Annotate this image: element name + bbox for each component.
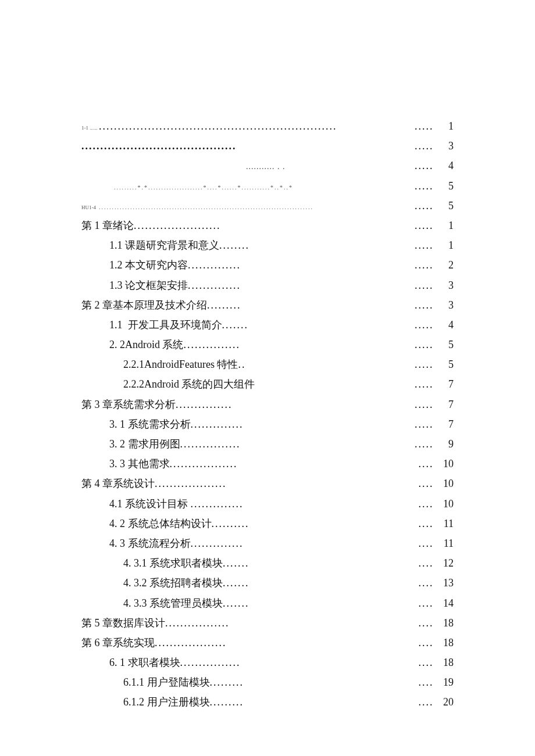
toc-entry: 1.3 论文框架安排................... 3: [81, 275, 454, 295]
toc-entry-page: 3: [437, 275, 454, 295]
toc-entry-leader: .........: [210, 672, 244, 692]
toc-entry-label: 4. 2 系统总体结构设计: [109, 514, 212, 533]
toc-entry-page: 18: [437, 633, 454, 653]
toc-entry-leader: ..: [238, 354, 245, 374]
toc-entry-label: 3. 2 需求用例图: [109, 434, 180, 454]
toc-entry-page: 5: [437, 335, 454, 354]
toc-entry: 第 3 章系统需求分析.................... 7: [81, 395, 454, 414]
toc-entry-label: 2.2.1AndroidFeatures 特性: [123, 354, 238, 374]
toc-entry-page: 11: [437, 533, 454, 553]
toc-entry-leader: .........: [207, 295, 241, 315]
toc-entry-leader: .......: [223, 573, 249, 593]
toc-entry-leader: ................: [180, 653, 241, 672]
toc-entry-leader: ..............: [188, 255, 241, 275]
toc-entry-leader: ........: [219, 235, 249, 255]
toc-entry-page: 7: [437, 414, 454, 434]
toc-entry: 4. 3.3 系统管理员模块........... 14: [81, 593, 454, 613]
toc-entry-page: 5: [437, 196, 454, 216]
toc-entry-label: HU1-4: [81, 205, 99, 210]
toc-entry-label: 4. 3 系统流程分析: [109, 533, 191, 553]
toc-entry: 1.1 课题研究背景和意义............. 1: [81, 235, 454, 255]
toc-entry-leader: ..............: [188, 275, 241, 295]
toc-entry: HU1-4...................................…: [81, 196, 454, 216]
toc-entry-label: 4. 3.3 系统管理员模块: [123, 593, 223, 613]
toc-entry-leader: ........... . .: [81, 163, 286, 171]
toc-entry-page: 13: [437, 573, 454, 593]
toc-entry: 4. 3 系统流程分析.................. 11: [81, 533, 454, 553]
toc-entry-page: 9: [437, 434, 454, 454]
toc-entry-leader: ........................................…: [99, 203, 313, 211]
toc-entry-leader: .......: [223, 553, 249, 573]
toc-entry-page: 1: [437, 216, 454, 235]
toc-entry-label: 6.1.1 用户登陆模块: [123, 672, 210, 692]
toc-entry-label: 4. 3.1 系统求职者模块: [123, 553, 223, 573]
toc-entry-leader: .................: [165, 613, 230, 633]
toc-entry-leader: .........*.*.....................*....*.…: [114, 184, 293, 191]
toc-entry: ........... . ...... 4: [81, 156, 454, 175]
toc-entry-label: 1-1 ......: [81, 126, 99, 131]
toc-entry-page: 10: [437, 474, 454, 493]
toc-entry-leader: ..................: [170, 454, 238, 474]
toc-entry-page: 12: [437, 553, 454, 573]
toc-entry-label: 2. 2Android 系统: [109, 335, 184, 354]
toc-entry: 3. 2 需求用例图..................... 9: [81, 434, 454, 454]
toc-entry-leader: ...............: [184, 335, 241, 354]
toc-entry: 2. 2Android 系统.................... 5: [81, 335, 454, 354]
toc-entry-label: 2.2.2Android 系统的四大组件: [123, 374, 255, 394]
toc-entry-label: 第 3 章系统需求分析: [81, 395, 176, 414]
toc-entry-page: 11: [437, 514, 454, 533]
toc-entry-leader: ...................: [155, 474, 227, 493]
toc-entry-page: 14: [437, 593, 454, 613]
toc-page: 1-1 ....................................…: [81, 0, 454, 756]
toc-entry-page: 20: [437, 692, 454, 712]
toc-entry-label: 6. 1 求职者模块: [109, 653, 180, 672]
toc-entry-label: 第 6 章系统实现: [81, 633, 155, 653]
toc-entry-page: 10: [437, 494, 454, 514]
toc-entry-page: 7: [437, 374, 454, 394]
toc-entry-page: 4: [437, 156, 454, 175]
toc-entry-leader: ........................................…: [99, 116, 337, 136]
toc-entry: 第 4 章系统设计....................... 10: [81, 474, 454, 493]
toc-entry-page: 5: [437, 354, 454, 374]
toc-entry: 6.1.2 用户注册模块............. 20: [81, 692, 454, 712]
toc-entry: 4. 3.1 系统求职者模块........... 12: [81, 553, 454, 573]
toc-entry: 1.1 开发工具及环境简介............ 4: [81, 315, 454, 335]
toc-entry: 6.1.1 用户登陆模块............. 19: [81, 672, 454, 692]
toc-entry-label: 第 4 章系统设计: [81, 474, 155, 493]
toc-entry-label: 4. 3.2 系统招聘者模块: [123, 573, 223, 593]
toc-entry: 第 2 章基本原理及技术介绍.............. 3: [81, 295, 454, 315]
toc-entry-label: 第 5 章数据库设计: [81, 613, 165, 633]
toc-entry: 1.2 本文研究内容................... 2: [81, 255, 454, 275]
toc-entry: 1-1 ....................................…: [81, 116, 454, 136]
toc-entry-page: 10: [437, 454, 454, 474]
toc-entry-page: 3: [437, 295, 454, 315]
toc-entry-page: 3: [437, 136, 454, 156]
toc-entry-page: 7: [437, 395, 454, 414]
toc-entry-label: 第 2 章基本原理及技术介绍: [81, 295, 207, 315]
toc-entry-leader: ........................................…: [81, 136, 237, 156]
toc-entry: 2.2.1AndroidFeatures 特性....... 5: [81, 354, 454, 374]
toc-entry: 4. 2 系统总体结构设计.............. 11: [81, 514, 454, 533]
toc-entry-leader: ...................: [155, 633, 227, 653]
toc-entry-leader: .......................: [134, 216, 221, 235]
toc-entry: 4.1 系统设计目标 .................. 10: [81, 494, 454, 514]
toc-entry-label: 1.2 本文研究内容: [109, 255, 188, 275]
toc-entry-leader: ..........: [212, 514, 249, 533]
toc-entry-leader: .......: [222, 315, 249, 335]
toc-entry-leader: ................: [180, 434, 241, 454]
toc-entry: 第 5 章数据库设计..................... 18: [81, 613, 454, 633]
toc-entry: 第 6 章系统实现....................... 18: [81, 633, 454, 653]
toc-entry-leader: ..............: [191, 533, 244, 553]
toc-list: 1-1 ....................................…: [81, 116, 454, 712]
toc-entry-label: 第 1 章绪论: [81, 216, 134, 235]
toc-entry-page: 1: [437, 116, 454, 136]
toc-entry-page: 1: [437, 235, 454, 255]
toc-entry-label: 1.3 论文框架安排: [109, 275, 188, 295]
toc-entry-page: 18: [437, 613, 454, 633]
toc-entry-label: 4.1 系统设计目标: [109, 494, 191, 514]
toc-entry: 第 1 章绪论............................ 1: [81, 216, 454, 235]
toc-entry-page: 4: [437, 315, 454, 335]
toc-entry-label: 1.1 课题研究背景和意义: [109, 235, 219, 255]
toc-entry: 6. 1 求职者模块.................... 18: [81, 653, 454, 672]
toc-entry: .........*.*.....................*....*.…: [81, 176, 454, 196]
